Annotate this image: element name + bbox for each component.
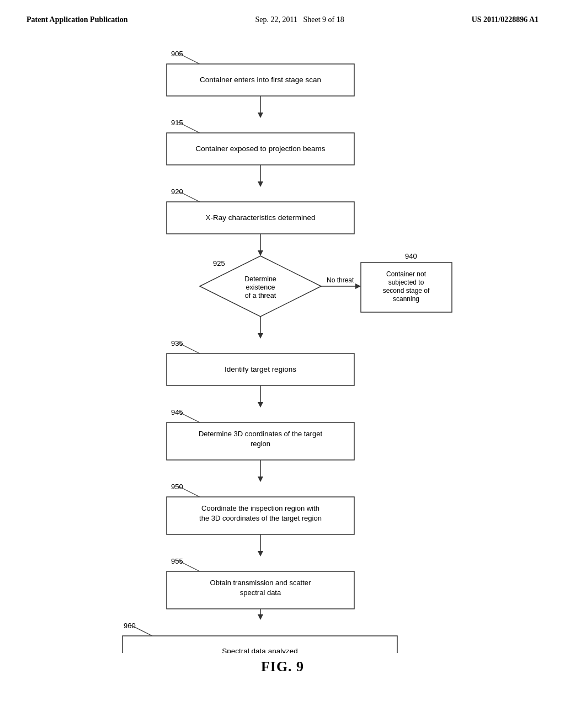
patent-number-label: US 2011/0228896 A1	[472, 15, 539, 24]
svg-marker-5	[258, 181, 263, 187]
label-905: 905	[171, 50, 183, 58]
svg-line-22	[178, 560, 200, 571]
text-955-line1: Obtain transmission and scatter	[210, 579, 311, 587]
label-925: 925	[213, 259, 225, 267]
text-915: Container exposed to projection beams	[196, 144, 326, 153]
text-925-line3: of a threat	[245, 292, 276, 299]
svg-marker-21	[258, 551, 263, 556]
text-955-line2: spectral data	[240, 588, 281, 597]
page-header: Patent Application Publication Sep. 22, …	[0, 0, 565, 24]
svg-marker-8	[258, 250, 263, 256]
svg-line-0	[178, 53, 200, 64]
svg-line-25	[130, 625, 152, 636]
flowchart-svg: 905 Container enters into first stage sc…	[89, 35, 476, 653]
figure-label: FIG. 9	[0, 659, 565, 675]
text-925-line1: Determine	[244, 275, 276, 283]
text-920: X-Ray characteristics determined	[206, 213, 316, 222]
no-threat-label: No threat	[327, 276, 354, 284]
text-940-line1: Container not	[386, 270, 427, 278]
label-940: 940	[405, 252, 417, 260]
text-940-line4: scanning	[393, 295, 419, 303]
text-950-line2: the 3D coordinates of the target region	[199, 514, 322, 522]
date-sheet-label: Sep. 22, 2011 Sheet 9 of 18	[255, 15, 344, 24]
publication-label: Patent Application Publication	[26, 15, 128, 24]
svg-marker-12	[258, 333, 263, 339]
svg-line-6	[178, 191, 200, 202]
text-935: Identify target regions	[225, 365, 296, 373]
svg-marker-10	[355, 283, 361, 289]
text-950-line1: Coordinate the inspection region with	[201, 504, 319, 512]
text-940-line3: second stage of	[383, 287, 430, 295]
label-955: 955	[171, 557, 183, 565]
diagram-area: 905 Container enters into first stage sc…	[0, 35, 565, 653]
text-905: Container enters into first stage scan	[200, 76, 321, 84]
text-925-line2: existence	[246, 283, 275, 291]
svg-line-19	[178, 486, 200, 497]
label-915: 915	[171, 119, 183, 127]
svg-marker-24	[258, 614, 263, 620]
text-940-line2: subjected to	[388, 279, 424, 286]
date-label: Sep. 22, 2011	[255, 15, 297, 24]
label-935: 935	[171, 339, 183, 347]
text-960: Spectral data analyzed	[222, 647, 297, 653]
svg-line-16	[178, 411, 200, 422]
label-950: 950	[171, 483, 183, 491]
svg-line-3	[178, 122, 200, 133]
text-945-line1: Determine 3D coordinates of the target	[199, 430, 322, 438]
svg-marker-2	[258, 113, 263, 118]
svg-marker-18	[258, 477, 263, 482]
label-945: 945	[171, 408, 183, 416]
text-945-line2: region	[250, 440, 270, 448]
sheet-label: Sheet 9 of 18	[303, 15, 344, 24]
label-920: 920	[171, 188, 183, 196]
svg-marker-15	[258, 402, 263, 408]
svg-line-13	[178, 342, 200, 354]
label-960: 960	[124, 622, 136, 630]
